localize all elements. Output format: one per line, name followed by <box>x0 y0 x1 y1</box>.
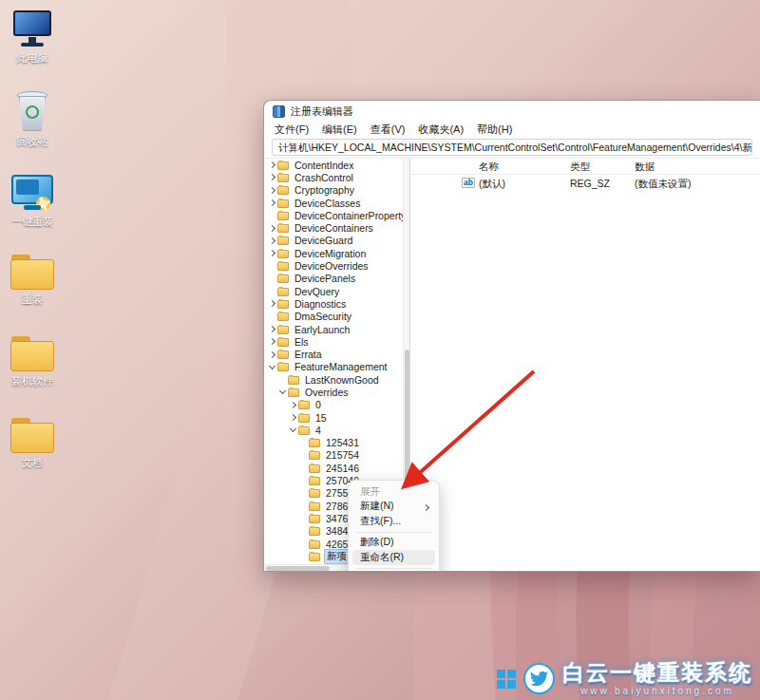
desktop-icon-装机软件[interactable]: 装机软件 <box>2 332 63 414</box>
menu-separator <box>356 568 431 569</box>
desktop-icon-此电脑[interactable]: 此电脑 <box>2 6 63 87</box>
menu-收藏夹(A)[interactable]: 收藏夹(A) <box>411 123 470 137</box>
chevron-right-icon[interactable] <box>268 236 276 245</box>
tree-item-Errata[interactable]: Errata <box>264 348 403 360</box>
menu-文件(F)[interactable]: 文件(F) <box>268 123 315 137</box>
chevron-right-icon[interactable] <box>268 186 276 195</box>
chevron-placeholder <box>268 211 276 219</box>
tree-item-DmaSecurity[interactable]: DmaSecurity <box>264 311 403 323</box>
tree-item-15[interactable]: 15 <box>264 411 403 424</box>
tree-item-DeviceClasses[interactable]: DeviceClasses <box>264 197 403 209</box>
menu-帮助(H)[interactable]: 帮助(H) <box>470 123 519 137</box>
menu-item-label: 查找(F)... <box>360 515 401 528</box>
tree-item-DevicePanels[interactable]: DevicePanels <box>264 273 403 285</box>
desktop-icons: 此电脑回收站一键重装重装装机软件文档 <box>2 6 63 496</box>
chevron-right-icon[interactable] <box>268 337 276 346</box>
menu-编辑(E)[interactable]: 编辑(E) <box>315 123 364 137</box>
context-menu-item-重命名(R)[interactable]: 重命名(R) <box>352 550 435 565</box>
tree-item-DeviceMigration[interactable]: DeviceMigration <box>264 247 403 259</box>
folder-icon <box>10 336 54 372</box>
folder-icon <box>277 185 290 195</box>
context-menu-item-导出(E)[interactable]: 导出(E) <box>352 572 435 573</box>
tree-item-DevQuery[interactable]: DevQuery <box>264 285 403 297</box>
tree-item-DeviceOverrides[interactable]: DeviceOverrides <box>264 259 403 272</box>
value-type: REG_SZ <box>570 178 610 189</box>
folder-icon <box>277 325 290 334</box>
desktop-icon-一键重装[interactable]: 一键重装 <box>2 169 63 251</box>
chevron-right-icon[interactable] <box>268 161 276 169</box>
watermark: 白云一键重装系统 www.baiyunxitong.com <box>497 661 752 696</box>
tree-item-4[interactable]: 4 <box>264 424 403 436</box>
chevron-right-icon[interactable] <box>268 325 276 333</box>
chevron-right-icon[interactable] <box>289 413 297 422</box>
chevron-placeholder <box>299 464 308 472</box>
chevron-down-icon[interactable] <box>289 426 297 434</box>
folder-icon <box>309 552 321 561</box>
desktop-icon-label: 一键重装 <box>11 216 53 227</box>
chevron-right-icon[interactable] <box>268 350 276 359</box>
desktop-icon-文档[interactable]: 文档 <box>2 414 63 496</box>
menu-separator <box>356 532 431 533</box>
tree-item-CrashControl[interactable]: CrashControl <box>264 171 403 183</box>
chevron-right-icon[interactable] <box>268 199 276 207</box>
tree-item-DeviceContainerPropertyUpda[interactable]: DeviceContainerPropertyUpda <box>264 209 403 221</box>
chevron-placeholder <box>299 501 308 510</box>
value-row[interactable]: ab(默认)REG_SZ(数值未设置) <box>410 177 760 191</box>
tree-item-EarlyLaunch[interactable]: EarlyLaunch <box>264 323 403 335</box>
column-header-数据[interactable]: 数据 <box>635 161 655 174</box>
desktop-icon-label: 此电脑 <box>17 52 48 64</box>
context-menu-item-删除(D)[interactable]: 删除(D) <box>352 536 435 551</box>
tree-item-215754[interactable]: 215754 <box>264 449 403 462</box>
folder-icon <box>309 514 321 523</box>
scrollbar-thumb[interactable] <box>266 566 330 571</box>
chevron-right-icon[interactable] <box>289 401 297 409</box>
tree-item-Diagnostics[interactable]: Diagnostics <box>264 297 403 310</box>
tree-item-label: DevicePanels <box>293 273 357 284</box>
tree-item-LastKnownGood[interactable]: LastKnownGood <box>264 373 403 386</box>
twitter-bird-icon <box>523 663 555 694</box>
watermark-url: www.baiyunxitong.com <box>580 686 734 696</box>
tree-item-FeatureManagement[interactable]: FeatureManagement <box>264 361 403 373</box>
address-bar[interactable]: 计算机\HKEY_LOCAL_MACHINE\SYSTEM\CurrentCon… <box>272 139 752 156</box>
tree-item-125431[interactable]: 125431 <box>264 437 403 449</box>
tree-item-245146[interactable]: 245146 <box>264 462 403 474</box>
desktop-icon-label: 重装 <box>22 293 43 305</box>
folder-icon <box>277 337 290 347</box>
chevron-right-icon[interactable] <box>268 249 276 257</box>
tree-item-label: DeviceClasses <box>293 198 362 209</box>
tree-item-label: EarlyLaunch <box>293 324 352 335</box>
column-header-名称[interactable]: 名称 <box>479 161 499 174</box>
chevron-right-icon[interactable] <box>268 173 276 181</box>
watermark-title: 白云一键重装系统 <box>562 661 752 685</box>
folder-icon <box>309 476 321 485</box>
folder-icon <box>10 418 54 454</box>
tree-item-label: DeviceMigration <box>293 248 368 259</box>
window-body: ContentIndexCrashControlCryptographyDevi… <box>264 158 760 571</box>
window-titlebar[interactable]: 注册表编辑器 <box>264 101 760 122</box>
tree-item-Els[interactable]: Els <box>264 335 403 348</box>
tree-item-DeviceContainers[interactable]: DeviceContainers <box>264 221 403 234</box>
desktop-icon-回收站[interactable]: 回收站 <box>2 87 63 169</box>
context-menu-item-查找(F)...[interactable]: 查找(F)... <box>352 514 435 529</box>
chevron-down-icon[interactable] <box>268 363 276 371</box>
context-menu-item-新建(N)[interactable]: 新建(N) <box>352 500 435 515</box>
folder-icon <box>277 274 290 283</box>
tree-item-Overrides[interactable]: Overrides <box>264 386 403 398</box>
chevron-placeholder <box>299 552 308 560</box>
tree-item-ContentIndex[interactable]: ContentIndex <box>264 159 403 171</box>
desktop-icon-重装[interactable]: 重装 <box>2 251 63 332</box>
tree-item-label: 0 <box>314 399 323 410</box>
registry-icon <box>273 105 285 118</box>
menu-查看(V)[interactable]: 查看(V) <box>364 123 412 137</box>
chevron-right-icon[interactable] <box>268 224 276 233</box>
tree-item-Cryptography[interactable]: Cryptography <box>264 184 403 197</box>
tree-item-0[interactable]: 0 <box>264 399 403 411</box>
chevron-down-icon[interactable] <box>278 388 287 396</box>
folder-icon <box>277 249 290 258</box>
chevron-right-icon[interactable] <box>268 299 276 308</box>
folder-icon <box>309 464 321 473</box>
submenu-chevron-icon <box>423 504 429 511</box>
tree-item-DeviceGuard[interactable]: DeviceGuard <box>264 235 403 247</box>
menu-item-label: 删除(D) <box>360 536 394 549</box>
column-header-类型[interactable]: 类型 <box>570 161 590 174</box>
